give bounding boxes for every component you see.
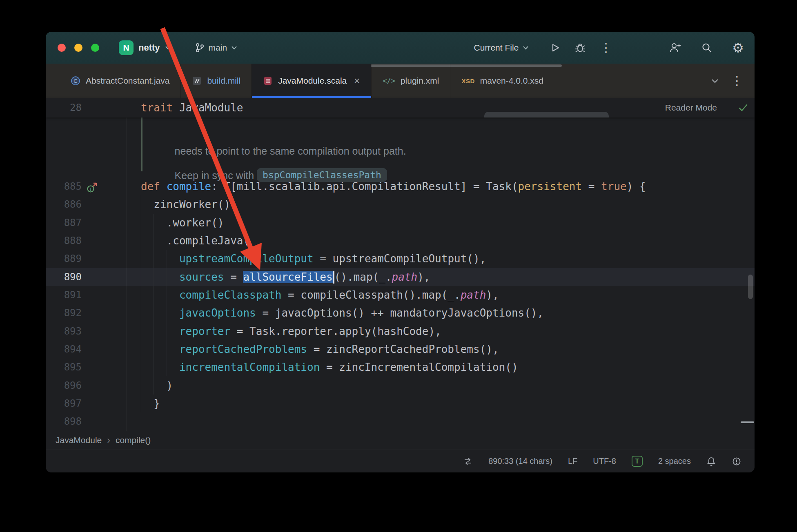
tab-maven-xsd[interactable]: XSD maven-4.0.0.xsd <box>450 64 554 98</box>
branch-name: main <box>209 43 227 53</box>
scala-file-icon <box>263 76 273 86</box>
line-ending-widget[interactable]: LF <box>568 457 577 466</box>
doc-comment-line: Keep in sync with bspCompileClassesPath <box>152 144 387 165</box>
code-text: .worker() <box>141 214 755 232</box>
code-line-886[interactable]: 886 zincWorker() <box>46 195 755 213</box>
tab-label: JavaModule.scala <box>278 76 347 86</box>
code-line-892[interactable]: 892 javacOptions = javacOptions() ++ man… <box>46 304 755 322</box>
indent-widget[interactable]: 2 spaces <box>658 457 691 466</box>
breadcrumb-item-compile[interactable]: compile() <box>116 435 151 445</box>
code-line-896[interactable]: 896 ) <box>46 377 755 395</box>
code-token <box>141 307 179 319</box>
scrollbar-mark[interactable] <box>741 421 754 423</box>
line-number[interactable]: 894 <box>46 340 82 358</box>
code-line-891[interactable]: 891 compileClasspath = compileClasspath(… <box>46 286 755 304</box>
reader-mode-toggle[interactable]: Reader Mode <box>665 98 717 117</box>
code-token: : T[mill.scalalib.api.CompilationResult]… <box>211 180 518 193</box>
code-line-885[interactable]: 885Idef compile: T[mill.scalalib.api.Com… <box>46 177 755 195</box>
project-widget[interactable]: N netty <box>119 40 171 55</box>
gutter-separator <box>126 117 127 431</box>
title-bar: N netty main <box>46 32 755 64</box>
code-token: .compileJava( <box>141 235 249 247</box>
tracker-badge[interactable]: T <box>632 456 643 467</box>
code-text: reportCachedProblems = zincReportCachedP… <box>141 340 755 358</box>
code-line-897[interactable]: 897 } <box>46 395 755 412</box>
line-column-icon[interactable] <box>463 457 473 466</box>
run-configuration-label: Current File <box>474 43 519 53</box>
status-bar: 890:33 (14 chars) LF UTF-8 T 2 spaces <box>46 450 755 472</box>
line-number[interactable]: 898 <box>46 412 82 430</box>
tab-plugin-xml[interactable]: </> plugin.xml <box>371 64 450 98</box>
git-branch-widget[interactable]: main <box>195 42 238 53</box>
code-token: = upstreamCompileOutput(), <box>314 253 486 265</box>
svg-text:I: I <box>90 186 91 192</box>
code-text: ) <box>141 377 755 395</box>
line-number[interactable]: 892 <box>46 304 82 322</box>
code-token <box>141 343 179 355</box>
code-line-890[interactable]: 890 sources = allSourceFiles().map(_.pat… <box>46 268 755 286</box>
line-number[interactable]: 895 <box>46 358 82 376</box>
chevron-down-icon[interactable] <box>711 79 719 83</box>
indent-guide <box>167 250 167 376</box>
line-number[interactable]: 885 <box>46 177 82 195</box>
tab-label: maven-4.0.0.xsd <box>480 76 543 86</box>
code-text: compileClasspath = compileClasspath().ma… <box>141 286 755 304</box>
more-actions-icon[interactable]: ⋮ <box>600 42 612 54</box>
code-token: zincWorker() <box>141 198 230 211</box>
search-icon[interactable] <box>701 42 712 53</box>
type-name-token: JavaModule <box>179 102 243 114</box>
sticky-code: trait JavaModule <box>141 98 243 117</box>
code-token: path <box>461 289 486 301</box>
add-user-icon[interactable] <box>669 42 681 53</box>
code-editor[interactable]: needs to point to the same compilation o… <box>46 117 755 431</box>
code-text: javacOptions = javacOptions() ++ mandato… <box>141 304 755 322</box>
code-line-887[interactable]: 887 .worker() <box>46 214 755 232</box>
line-number[interactable]: 887 <box>46 214 82 232</box>
notifications-bell-icon[interactable] <box>706 457 716 466</box>
debug-button[interactable] <box>574 42 586 53</box>
line-number[interactable]: 888 <box>46 232 82 250</box>
code-token: persistent <box>518 180 582 193</box>
caret-position-widget[interactable]: 890:33 (14 chars) <box>488 457 552 466</box>
line-number[interactable]: 896 <box>46 377 82 395</box>
code-line-894[interactable]: 894 reportCachedProblems = zincReportCac… <box>46 340 755 358</box>
breadcrumb-item-javamodule[interactable]: JavaModule <box>56 435 102 445</box>
line-number[interactable]: 889 <box>46 250 82 268</box>
editor-scrollbar[interactable] <box>748 275 753 299</box>
error-indicator-icon[interactable] <box>732 457 741 466</box>
minimize-window-button[interactable] <box>74 44 82 52</box>
code-line-895[interactable]: 895 incrementalCompilation = zincIncreme… <box>46 358 755 376</box>
close-tab-icon[interactable]: ✕ <box>354 76 360 86</box>
settings-gear-icon[interactable]: ⚙ <box>732 41 744 54</box>
line-number[interactable]: 897 <box>46 395 82 412</box>
code-line-889[interactable]: 889 upstreamCompileOutput = upstreamComp… <box>46 250 755 268</box>
encoding-widget[interactable]: UTF-8 <box>593 457 616 466</box>
tab-javamodule-scala[interactable]: JavaModule.scala ✕ <box>252 64 371 98</box>
line-number[interactable]: 891 <box>46 286 82 304</box>
line-number[interactable]: 886 <box>46 195 82 213</box>
code-line-888[interactable]: 888 .compileJava( <box>46 232 755 250</box>
code-text: zincWorker() <box>141 195 755 213</box>
traffic-lights <box>58 44 99 52</box>
clipped-popup-fragment <box>484 112 609 117</box>
code-text: upstreamCompileOutput = upstreamCompileO… <box>141 250 755 268</box>
keyword-token: trait <box>141 102 179 114</box>
line-number[interactable]: 890 <box>46 268 82 286</box>
run-configuration-selector[interactable]: Current File <box>474 43 529 53</box>
run-button[interactable] <box>549 42 561 53</box>
sticky-header-line[interactable]: 28 trait JavaModule Reader Mode <box>46 98 755 117</box>
maximize-window-button[interactable] <box>91 44 99 52</box>
tab-options-icon[interactable]: ⋮ <box>731 75 743 87</box>
code-line-893[interactable]: 893 reporter = Task.reporter.apply(hashC… <box>46 322 755 340</box>
tab-abstractconstant-java[interactable]: C AbstractConstant.java <box>60 64 180 98</box>
desktop: N netty main <box>0 0 797 532</box>
code-line-898[interactable]: 898 <box>46 412 755 430</box>
tab-build-mill[interactable]: build.mill <box>180 64 252 98</box>
code-token: compileClasspath <box>179 289 281 301</box>
breadcrumb: JavaModule › compile() <box>46 431 755 450</box>
tab-label: plugin.xml <box>401 76 439 86</box>
chevron-down-icon <box>231 46 237 50</box>
close-window-button[interactable] <box>58 44 66 52</box>
inspections-ok-icon[interactable] <box>738 103 748 114</box>
line-number[interactable]: 893 <box>46 322 82 340</box>
